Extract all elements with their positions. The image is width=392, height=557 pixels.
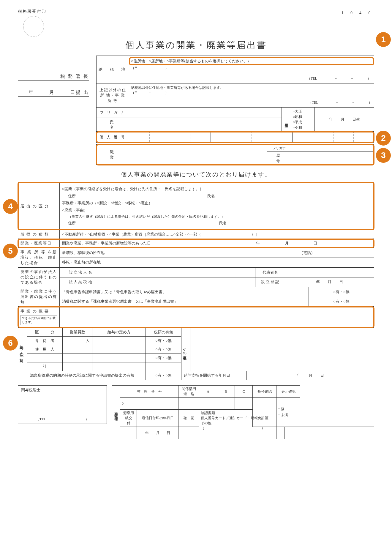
field-shiyonin-tax[interactable]: ○有・○無 (146, 345, 181, 354)
label-salary-status: 給与等の支払の状況 (19, 342, 24, 356)
field-furigana[interactable] (129, 108, 282, 118)
tax-office-head-line[interactable]: 税 務 署 長 (18, 73, 89, 81)
badge-5: 5 (3, 244, 18, 258)
field-total-method[interactable] (92, 362, 146, 371)
form-code-digit: 0 (347, 9, 356, 17)
row-senju: 専 従 者 (27, 337, 63, 345)
form-code-digit: 0 (365, 9, 374, 17)
hdr-tax: 税額の有無 (146, 328, 181, 337)
hdr-count: 従業員数 (63, 328, 92, 337)
era-option[interactable]: ○大正 (293, 109, 313, 114)
field-income-type[interactable]: ○不動産所得・○山林所得・○事業（農業）所得［廃業の場合……○全部・○一部（ ）… (60, 230, 374, 239)
field-consumption-tax-yn[interactable]: ○有・○無 (309, 297, 374, 307)
field-prev-location[interactable] (125, 258, 374, 267)
sublabel-rep-name: 代表者名 (255, 268, 285, 277)
label-other-ref: その他参考事項 (182, 345, 187, 354)
field-business-summary[interactable] (60, 307, 374, 328)
field-new-location[interactable] (125, 248, 297, 258)
label-income-type: 所 得 の 種 類 (18, 230, 60, 239)
label-salary-start-date: 給与支払を開始する年月日 (181, 371, 247, 380)
field-corp-name[interactable] (101, 268, 255, 277)
sublabel-new-location: 新増設、移転後の所在地 (60, 248, 125, 258)
field-corp-taxaddr[interactable] (101, 277, 255, 287)
stamp-circle (23, 16, 44, 37)
badge-2: 2 (376, 131, 391, 146)
field-salary-start-date[interactable]: 年 月 日 (247, 371, 374, 380)
sublabel-prev-location: 移転・廃止前の所在地 (60, 258, 125, 267)
field-notification-category[interactable]: ○開業（事業の引継ぎを受けた場合は、受けた先の住所・ 氏名を記載します。） 住所… (60, 182, 374, 230)
label-mynumber: 個 人 番 号 (97, 132, 129, 143)
field-nouzeichi-choice[interactable]: ○住所地・○居所地・○事業所等(該当するものを選択してください。) (129, 57, 374, 65)
label-occupation: 職 業 (97, 145, 129, 165)
field-total-count[interactable] (63, 362, 92, 371)
label-new-office: 事 業 所 等 を新増設、移転、廃止した場合 (18, 248, 60, 267)
sublabel-corp-taxaddr: 法 人 納 税 地 (60, 277, 101, 287)
field-yagou-furigana[interactable] (291, 145, 374, 152)
field-total-tax (146, 362, 181, 371)
desc-blue-return: 「青色申告承認申請書」又は「青色申告の取りやめ届出書」 (60, 287, 309, 297)
submission-date-line[interactable]: 年 月 日提 出 (18, 89, 89, 97)
label-withholding-special: 源泉所得税の納期の特例の承認に関する申請書の提出の有無 (18, 371, 146, 380)
subheading: 個人事業の開廃業等について次のとおり届けます。 (18, 171, 374, 179)
field-other-ref[interactable] (190, 328, 374, 371)
form-code: 1 0 4 0 (338, 9, 374, 17)
note-business-summary: できるだけ具体的に記載します。 (20, 315, 57, 325)
desc-open-close-date: 開業や廃業、事務所・事業所の新増設等のあった日 (60, 239, 199, 248)
field-name[interactable] (129, 118, 282, 132)
field-nouzeichi-postal[interactable]: （〒 − ） (129, 65, 374, 71)
section-open-close-date: 開業・廃業等日 開業や廃業、事務所・事業所の新増設等のあった日 年 月 日 (18, 239, 374, 248)
label-other-addr: 上記以外の住 所 地・事 業 所 等 (97, 83, 129, 107)
row-blank (27, 354, 63, 362)
field-rep-name[interactable] (285, 268, 374, 277)
field-withholding-yn[interactable]: ○有・○無 (146, 371, 181, 380)
field-open-close-date[interactable]: 年 月 日 (199, 239, 374, 248)
field-senju-method[interactable] (92, 337, 146, 345)
field-senju-count[interactable]: 人 (63, 337, 92, 345)
section-business-summary: 事 業 の 概 要 できるだけ具体的に記載します。 (18, 307, 374, 328)
label-name: 氏 名 (97, 118, 129, 132)
field-birthdate[interactable]: 年 月 日生 (315, 108, 374, 132)
label-yagou: 屋 号 (267, 152, 291, 165)
row-occupation-yagou: 職 業 フリガナ 屋 号 (96, 144, 374, 165)
field-blank-method[interactable] (92, 354, 146, 362)
field-other-tel[interactable]: （TEL − − ） (131, 95, 372, 105)
era-option[interactable]: ○昭和 (293, 114, 313, 119)
label-furigana: フ リ ガ ナ (97, 108, 129, 118)
label-corp-close: 廃業の事由が法人の設立に伴うものである場合 (18, 268, 60, 287)
row-shiyonin: 使 用 人 (27, 345, 63, 354)
form-code-digit: 1 (338, 9, 347, 17)
page-title: 個人事業の開業・廃業等届出書 (18, 39, 374, 51)
label-attached-forms: 開業・廃業に伴う届出書の提出の有無 (18, 287, 60, 307)
row-total: 計 (27, 362, 63, 371)
field-blank-tax[interactable]: ○有・○無 (146, 354, 181, 362)
field-blank-count[interactable] (63, 354, 92, 362)
hdr-method: 給与の定め方 (92, 328, 146, 337)
era-option[interactable]: ○令和 (293, 125, 313, 130)
sublabel-corp-name: 設 立 法 人 名 (60, 268, 101, 277)
field-senju-tax[interactable]: ○有・○無 (146, 337, 181, 345)
field-advisor-tel[interactable]: （TEL − − ） (18, 416, 107, 422)
field-yagou[interactable] (291, 152, 374, 165)
field-establish-date[interactable]: 年 月 日 (285, 277, 374, 287)
hdr-category: 区 分 (27, 328, 63, 337)
label-business-summary: 事 業 の 概 要 (20, 309, 57, 314)
field-mynumber[interactable] (129, 132, 374, 143)
era-option[interactable]: ○平成 (293, 119, 313, 125)
advisor-box[interactable]: 関与税理士 （TEL − − ） (18, 385, 107, 424)
field-blue-return-yn[interactable]: ○有・○無 (309, 287, 374, 297)
stamp-label: 税務署受付印 (18, 9, 71, 14)
note-other-addr: 納税地以外に住所地・事業所等がある場合は記載します。 (131, 85, 372, 90)
label-yagou-furigana: フリガナ (267, 145, 291, 152)
field-occupation[interactable] (129, 145, 267, 165)
field-shiyonin-method[interactable] (92, 345, 146, 354)
badge-6: 6 (3, 336, 18, 351)
field-other-postal[interactable]: （〒 − ） (131, 90, 372, 95)
form-code-digit: 4 (356, 9, 365, 17)
badge-4: 4 (3, 199, 18, 214)
desc-consumption-tax: 消費税に関する「課税事業者選択届出書」又は「事業廃止届出書」 (60, 297, 309, 307)
label-notification-category: 届 出 の 区 分 (18, 182, 60, 230)
field-new-office-tel[interactable]: （電話） (297, 248, 374, 258)
field-shiyonin-count[interactable] (63, 345, 92, 354)
label-open-close-date: 開業・廃業等日 (18, 239, 60, 248)
field-nouzeichi-tel[interactable]: （TEL − − ） (129, 71, 374, 82)
